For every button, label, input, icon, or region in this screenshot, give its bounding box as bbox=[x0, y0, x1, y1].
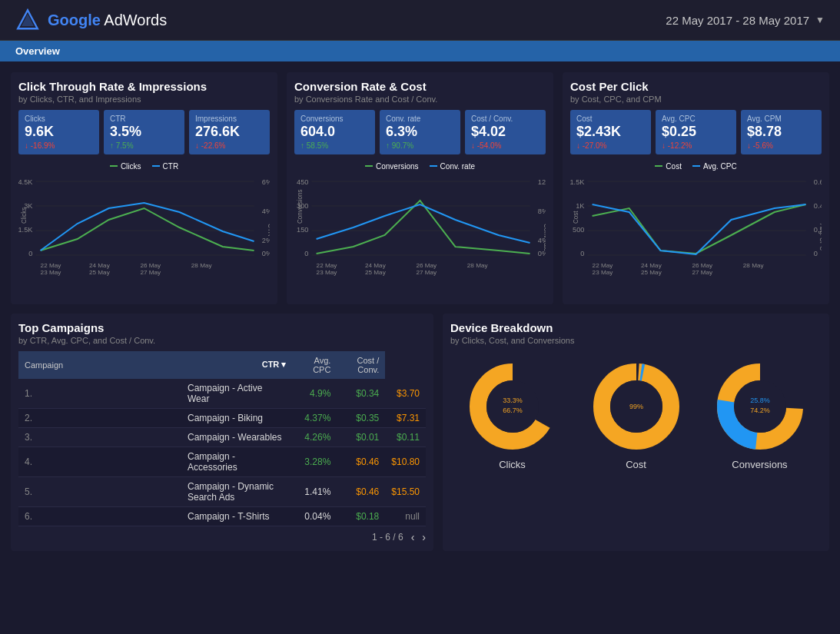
next-page-button[interactable]: › bbox=[422, 531, 426, 543]
campaign-name: Campaign - T-Shirts bbox=[181, 506, 292, 526]
campaign-name: Campaign - Dynamic Search Ads bbox=[181, 476, 292, 506]
campaign-cost-conv: $15.50 bbox=[385, 476, 426, 506]
conversions-value: 604.0 bbox=[300, 124, 369, 140]
ctr-chart: 4.5K 3K 1.5K 0 6% 4% 2% 0% 22 May 23 May… bbox=[18, 174, 270, 297]
svg-text:23 May: 23 May bbox=[41, 269, 62, 276]
avg-cpc-legend: Avg. CPC bbox=[692, 162, 737, 171]
table-row: 1. Campaign - Active Wear 4.9% $0.34 $3.… bbox=[18, 379, 426, 409]
conv-rate-legend-label: Conv. rate bbox=[440, 162, 475, 171]
svg-text:27 May: 27 May bbox=[140, 269, 161, 276]
svg-text:Clicks: Clicks bbox=[21, 207, 28, 223]
svg-text:27 May: 27 May bbox=[692, 269, 713, 276]
campaign-ctr: 4.37% bbox=[292, 408, 337, 427]
cost-legend-dot bbox=[655, 165, 662, 167]
impressions-change: ↓ -22.6% bbox=[195, 141, 264, 150]
svg-text:33.3%: 33.3% bbox=[503, 397, 523, 404]
campaign-ctr: 1.41% bbox=[292, 476, 337, 506]
avg-cpc-value: $0.25 bbox=[662, 124, 730, 140]
svg-text:23 May: 23 May bbox=[317, 269, 338, 276]
conversions-kpi: Conversions 604.0 ↑ 58.5% bbox=[294, 110, 375, 154]
svg-text:24 May: 24 May bbox=[89, 262, 111, 269]
svg-text:4%: 4% bbox=[262, 207, 270, 215]
svg-text:25 May: 25 May bbox=[89, 269, 111, 276]
ctr-value: 3.5% bbox=[110, 124, 178, 140]
ctr-impressions-section: Click Through Rate & Impressions by Clic… bbox=[11, 72, 277, 304]
svg-text:Avg. CPC: Avg. CPC bbox=[818, 224, 822, 251]
svg-text:500: 500 bbox=[573, 226, 584, 234]
table-row: 5. Campaign - Dynamic Search Ads 1.41% $… bbox=[18, 476, 426, 506]
cost-legend: Cost bbox=[655, 162, 682, 171]
impressions-label: Impressions bbox=[195, 115, 264, 123]
clicks-donut-chart: 33.3% 66.7% bbox=[466, 360, 559, 453]
device-breakdown-subtitle: by Clicks, Cost, and Conversions bbox=[450, 336, 822, 345]
avg-cpc-kpi: Avg. CPC $0.25 ↓ -12.2% bbox=[656, 110, 736, 154]
campaign-ctr: 4.26% bbox=[292, 427, 337, 446]
cost-conv-change: ↓ -54.0% bbox=[471, 141, 540, 150]
campaign-name: Campaign - Biking bbox=[181, 408, 292, 427]
conversions-label: Conversions bbox=[300, 115, 369, 123]
campaign-cost-conv: $10.80 bbox=[385, 446, 426, 476]
campaign-num: 4. bbox=[18, 446, 181, 476]
top-campaigns-subtitle: by CTR, Avg. CPC, and Cost / Conv. bbox=[18, 336, 426, 345]
conv-rate-subtitle: by Conversions Rate and Cost / Conv. bbox=[294, 95, 546, 104]
conversions-change: ↑ 58.5% bbox=[300, 141, 369, 150]
svg-text:0: 0 bbox=[28, 250, 32, 257]
clicks-donut-item: 33.3% 66.7% Clicks bbox=[466, 360, 559, 470]
impressions-kpi: Impressions 276.6K ↓ -22.6% bbox=[189, 110, 270, 154]
cost-conv-label: Cost / Conv. bbox=[471, 115, 540, 123]
cost-conv-value: $4.02 bbox=[471, 124, 540, 140]
svg-text:1K: 1K bbox=[576, 202, 584, 210]
campaigns-table: Campaign CTR ▾ Avg. CPC Cost / Conv. 1. … bbox=[18, 351, 426, 526]
cost-label: Cost bbox=[576, 115, 645, 123]
table-row: 3. Campaign - Wearables 4.26% $0.01 $0.1… bbox=[18, 427, 426, 446]
top-campaigns-title: Top Campaigns bbox=[18, 321, 426, 334]
conv-rate-cost-section: Conversion Rate & Cost by Conversions Ra… bbox=[287, 72, 553, 304]
clicks-value: 9.6K bbox=[25, 124, 93, 140]
nav-overview-tab[interactable]: Overview bbox=[15, 45, 60, 57]
campaign-cost-conv: $7.31 bbox=[385, 408, 426, 427]
avg-cpm-change: ↓ -5.6% bbox=[747, 141, 815, 150]
prev-page-button[interactable]: ‹ bbox=[411, 531, 415, 543]
cost-per-click-title: Cost Per Click bbox=[570, 80, 822, 93]
svg-text:Conv. rate: Conv. rate bbox=[543, 224, 546, 252]
avg-cpm-kpi: Avg. CPM $8.78 ↓ -5.6% bbox=[741, 110, 822, 154]
conversions-legend-dot bbox=[365, 165, 373, 167]
svg-text:22 May: 22 May bbox=[593, 262, 614, 269]
campaign-avg-cpc: $0.18 bbox=[337, 506, 385, 526]
col-avg-cpc[interactable]: Avg. CPC bbox=[292, 351, 337, 379]
svg-text:26 May: 26 May bbox=[692, 262, 713, 269]
svg-text:0%: 0% bbox=[262, 250, 270, 257]
clicks-donut-label: Clicks bbox=[499, 459, 526, 470]
cost-donut-item: 99% Cost bbox=[590, 360, 682, 470]
device-breakdown-title: Device Breakdown bbox=[450, 321, 822, 334]
date-range-selector[interactable]: 22 May 2017 - 28 May 2017 ▼ bbox=[666, 14, 825, 27]
svg-text:0: 0 bbox=[814, 250, 818, 257]
cost-per-click-section: Cost Per Click by Cost, CPC, and CPM Cos… bbox=[563, 72, 829, 304]
col-cost-conv[interactable]: Cost / Conv. bbox=[337, 351, 385, 379]
nav-bar: Overview bbox=[0, 41, 840, 61]
conversions-legend-label: Conversions bbox=[376, 162, 419, 171]
svg-text:6%: 6% bbox=[262, 178, 270, 186]
svg-text:26 May: 26 May bbox=[416, 262, 437, 269]
svg-text:0.4: 0.4 bbox=[814, 202, 822, 210]
clicks-legend-label: Clicks bbox=[121, 162, 141, 171]
avg-cpc-label: Avg. CPC bbox=[662, 115, 730, 123]
campaign-ctr: 4.9% bbox=[292, 379, 337, 409]
bottom-row: Top Campaigns by CTR, Avg. CPC, and Cost… bbox=[11, 314, 829, 551]
campaign-avg-cpc: $0.46 bbox=[337, 446, 385, 476]
svg-text:99%: 99% bbox=[629, 403, 642, 410]
ctr-impressions-subtitle: by Clicks, CTR, and Impressions bbox=[18, 95, 270, 104]
campaign-name: Campaign - Accessories bbox=[181, 446, 292, 476]
col-ctr[interactable]: CTR ▾ bbox=[181, 351, 292, 379]
date-range-dropdown-icon[interactable]: ▼ bbox=[815, 15, 825, 25]
svg-text:0: 0 bbox=[304, 250, 308, 257]
campaign-ctr: 3.28% bbox=[292, 446, 337, 476]
campaign-name: Campaign - Wearables bbox=[181, 427, 292, 446]
conv-rate-kpi: Conv. rate 6.3% ↑ 90.7% bbox=[380, 110, 460, 154]
clicks-change: ↓ -16.9% bbox=[25, 141, 93, 150]
svg-text:25.8%: 25.8% bbox=[750, 397, 770, 404]
clicks-legend: Clicks bbox=[110, 162, 141, 171]
date-range-text: 22 May 2017 - 28 May 2017 bbox=[666, 14, 809, 27]
svg-text:23 May: 23 May bbox=[593, 269, 614, 276]
campaign-num: 6. bbox=[18, 506, 181, 526]
